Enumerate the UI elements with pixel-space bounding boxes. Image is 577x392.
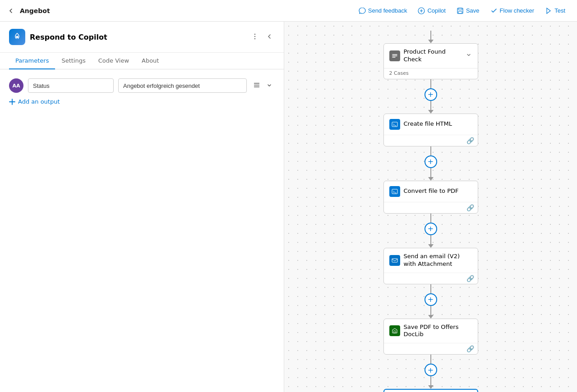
connector-1: + bbox=[425, 79, 437, 114]
add-step-3[interactable]: + bbox=[425, 223, 437, 235]
add-output-button[interactable]: Add an output bbox=[9, 98, 275, 105]
svg-rect-9 bbox=[254, 85, 259, 86]
app-title: Angebot bbox=[20, 7, 50, 14]
send-feedback-button[interactable]: Send feedback bbox=[354, 5, 412, 17]
node-title: Send an email (V2) with Attachment bbox=[404, 253, 472, 268]
node-icon bbox=[389, 255, 400, 266]
add-step-4[interactable]: + bbox=[425, 293, 437, 306]
panel-title-area: Respond to Copilot bbox=[9, 29, 107, 45]
node-icon bbox=[389, 186, 400, 197]
param-actions bbox=[251, 80, 275, 92]
svg-rect-14 bbox=[394, 331, 396, 333]
node-header: Send an email (V2) with Attachment bbox=[384, 248, 478, 273]
collapse-button[interactable] bbox=[465, 51, 472, 60]
svg-rect-2 bbox=[458, 8, 462, 10]
panel-header-actions bbox=[249, 31, 275, 43]
node-header: Convert file to PDF bbox=[384, 181, 478, 202]
add-step-5[interactable]: + bbox=[425, 364, 437, 376]
panel-title: Respond to Copilot bbox=[30, 33, 107, 41]
link-icon: 🔗 bbox=[466, 204, 474, 211]
node-header: Create file HTML bbox=[384, 114, 478, 135]
panel-content: AA bbox=[0, 69, 284, 392]
top-navigation: Angebot Send feedback Copilot Save bbox=[0, 0, 577, 22]
node-create-file-html[interactable]: Create file HTML 🔗 bbox=[383, 114, 478, 146]
nav-right: Send feedback Copilot Save Flow checker bbox=[354, 5, 570, 17]
svg-rect-8 bbox=[254, 83, 259, 84]
node-save-pdf[interactable]: Save PDF to Offers DocLib 🔗 bbox=[383, 319, 478, 355]
node-header: Save PDF to Offers DocLib bbox=[384, 319, 478, 343]
node-icon bbox=[389, 325, 400, 336]
node-icon bbox=[389, 50, 400, 61]
svg-point-5 bbox=[254, 33, 255, 34]
node-title: Create file HTML bbox=[404, 120, 472, 128]
link-icon: 🔗 bbox=[466, 275, 474, 282]
node-bottom: 🔗 bbox=[384, 343, 478, 354]
link-icon: 🔗 bbox=[466, 345, 474, 352]
flow-canvas: Product Found Check 2 Cases + bbox=[284, 22, 577, 392]
svg-point-4 bbox=[16, 36, 18, 38]
node-title: Product Found Check bbox=[404, 48, 462, 64]
node-title: Save PDF to Offers DocLib bbox=[404, 324, 472, 339]
svg-rect-10 bbox=[254, 87, 259, 87]
param-value-input[interactable] bbox=[118, 78, 247, 93]
connector-3: + bbox=[425, 214, 437, 248]
node-footer: 2 Cases bbox=[384, 68, 478, 79]
node-bottom: 🔗 bbox=[384, 135, 478, 146]
node-header: Respond to Copilot bbox=[384, 390, 477, 392]
param-row: AA bbox=[9, 78, 275, 93]
flow-container: Product Found Check 2 Cases + bbox=[381, 31, 480, 392]
connector-5: + bbox=[425, 355, 437, 389]
connector-4: + bbox=[425, 284, 437, 319]
back-button[interactable] bbox=[7, 7, 14, 14]
top-connector bbox=[428, 31, 434, 43]
param-key-input[interactable] bbox=[28, 78, 114, 93]
node-bottom: 🔗 bbox=[384, 202, 478, 213]
add-step-1[interactable]: + bbox=[425, 88, 437, 101]
flow-checker-button[interactable]: Flow checker bbox=[486, 5, 539, 17]
copilot-button[interactable]: Copilot bbox=[413, 5, 450, 17]
copilot-logo bbox=[9, 29, 25, 45]
nav-left: Angebot bbox=[7, 7, 50, 14]
avatar: AA bbox=[9, 78, 23, 93]
tab-code-view[interactable]: Code View bbox=[92, 53, 135, 69]
save-button[interactable]: Save bbox=[452, 5, 484, 17]
node-respond-copilot[interactable]: Respond to Copilot bbox=[383, 389, 478, 392]
tab-about[interactable]: About bbox=[135, 53, 165, 69]
node-product-found-check[interactable]: Product Found Check 2 Cases bbox=[383, 43, 478, 79]
tab-settings[interactable]: Settings bbox=[55, 53, 92, 69]
main-layout: Respond to Copilot Parameters Settings C… bbox=[0, 22, 577, 392]
connector-2: + bbox=[425, 146, 437, 181]
tab-parameters[interactable]: Parameters bbox=[9, 53, 55, 69]
node-header: Product Found Check bbox=[384, 44, 478, 68]
svg-rect-13 bbox=[392, 259, 397, 262]
node-send-email[interactable]: Send an email (V2) with Attachment 🔗 bbox=[383, 248, 478, 284]
left-panel: Respond to Copilot Parameters Settings C… bbox=[0, 22, 284, 392]
tabs: Parameters Settings Code View About bbox=[0, 53, 284, 69]
node-title: Convert file to PDF bbox=[404, 187, 472, 195]
svg-point-7 bbox=[254, 38, 255, 39]
svg-rect-3 bbox=[458, 11, 462, 14]
param-expand-button[interactable] bbox=[264, 80, 275, 92]
svg-point-6 bbox=[254, 36, 255, 36]
more-options-button[interactable] bbox=[249, 31, 260, 43]
node-icon bbox=[389, 119, 400, 130]
node-bottom: 🔗 bbox=[384, 273, 478, 284]
node-convert-file-pdf[interactable]: Convert file to PDF 🔗 bbox=[383, 181, 478, 214]
panel-header: Respond to Copilot bbox=[0, 22, 284, 53]
collapse-panel-button[interactable] bbox=[264, 31, 275, 43]
add-step-2[interactable]: + bbox=[425, 155, 437, 168]
param-list-button[interactable] bbox=[251, 80, 262, 92]
test-button[interactable]: Test bbox=[540, 5, 570, 17]
link-icon: 🔗 bbox=[466, 137, 474, 144]
